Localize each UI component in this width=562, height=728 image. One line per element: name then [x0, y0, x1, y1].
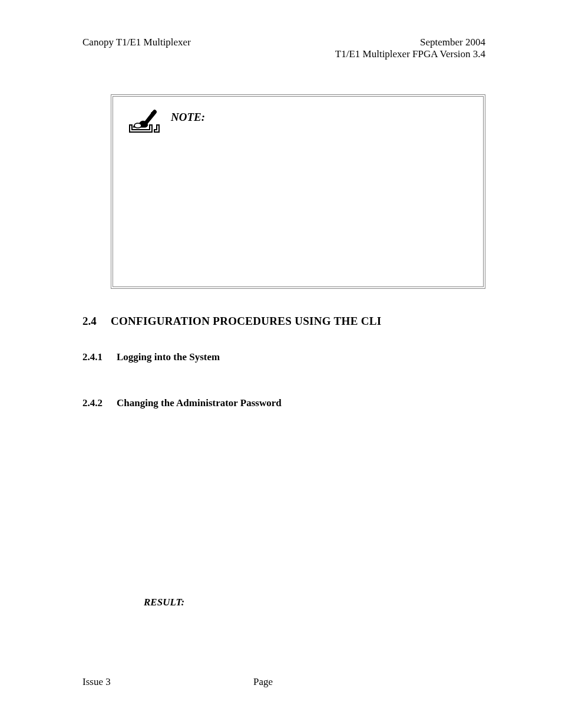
writing-hand-icon — [125, 107, 163, 136]
subsection-title: Changing the Administrator Password — [117, 397, 282, 409]
page-header: Canopy T1/E1 Multiplexer September 2004 … — [82, 37, 485, 60]
subsection-heading: 2.4.2 Changing the Administrator Passwor… — [82, 397, 485, 409]
section-number: 2.4 — [82, 315, 111, 328]
footer-issue: Issue 3 — [82, 676, 253, 688]
section-heading: 2.4 CONFIGURATION PROCEDURES USING THE C… — [82, 315, 485, 328]
result-label: RESULT: — [144, 597, 485, 608]
header-date: September 2004 — [335, 37, 485, 48]
subsection-heading: 2.4.1 Logging into the System — [82, 351, 485, 363]
note-label: NOTE: — [171, 111, 205, 124]
section-title: CONFIGURATION PROCEDURES USING THE CLI — [111, 315, 381, 328]
page-footer: Issue 3 Page — [82, 676, 485, 688]
footer-page: Page — [253, 676, 273, 688]
svg-point-0 — [134, 123, 141, 128]
subsection-number: 2.4.1 — [82, 351, 117, 363]
header-left-text: Canopy T1/E1 Multiplexer — [82, 37, 191, 48]
note-box: NOTE: — [111, 94, 485, 289]
subsection-number: 2.4.2 — [82, 397, 117, 409]
header-right-block: September 2004 T1/E1 Multiplexer FPGA Ve… — [335, 37, 485, 60]
subsection-title: Logging into the System — [117, 351, 220, 363]
header-version: T1/E1 Multiplexer FPGA Version 3.4 — [335, 48, 485, 60]
